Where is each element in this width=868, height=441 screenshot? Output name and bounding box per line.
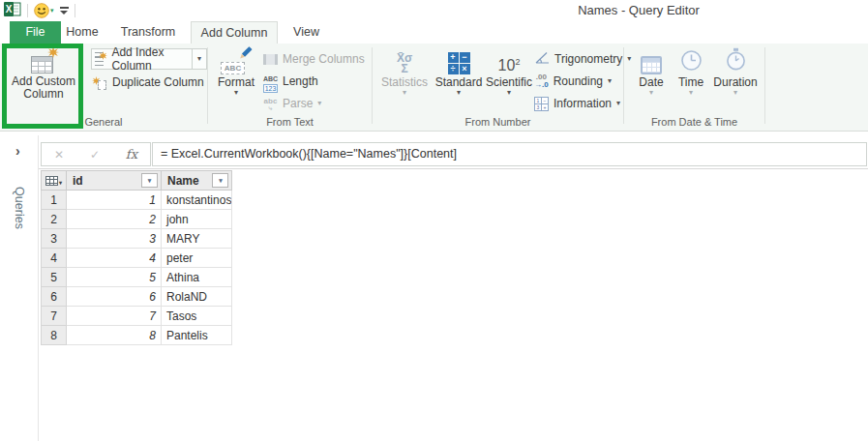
queries-pane-label[interactable]: Queries bbox=[13, 174, 26, 242]
ribbon: Add Custom Column Add Index Column ▾ Dup bbox=[0, 44, 868, 132]
tab-home[interactable]: Home bbox=[58, 21, 106, 44]
table-corner-cell[interactable]: ▾ bbox=[42, 171, 67, 191]
cell-name[interactable]: Tasos bbox=[162, 307, 232, 326]
customize-toolbar-button[interactable] bbox=[60, 7, 69, 15]
table-row: 5 5 Athina bbox=[42, 268, 232, 287]
toolbar-separator bbox=[75, 4, 75, 17]
query-editor-window: X ▾ Names - Query Editor File Home bbox=[0, 0, 868, 441]
scientific-button[interactable]: 102 Scientific ▾ bbox=[486, 45, 532, 97]
time-button[interactable]: Time ▾ bbox=[674, 45, 707, 97]
duration-button[interactable]: Duration ▾ bbox=[709, 45, 762, 97]
add-custom-column-button[interactable]: Add Custom Column bbox=[6, 44, 81, 120]
chevron-down-icon: ▾ bbox=[649, 89, 653, 97]
row-number: 1 bbox=[42, 191, 67, 210]
chevron-down-icon: ▾ bbox=[50, 7, 54, 15]
merge-columns-button: Merge Columns bbox=[263, 48, 365, 70]
format-button[interactable]: ABC Format ▾ bbox=[213, 45, 259, 97]
chevron-down-icon: ▾ bbox=[219, 177, 223, 185]
table-row: 8 8 Pantelis bbox=[42, 326, 232, 345]
table-row: 7 7 Tasos bbox=[42, 307, 232, 326]
confirm-formula-icon[interactable]: ✓ bbox=[90, 148, 100, 162]
chevron-down-icon: ▾ bbox=[689, 89, 693, 97]
add-index-column-dropdown[interactable]: ▾ bbox=[192, 49, 206, 69]
excel-logo-icon: X bbox=[4, 1, 21, 21]
date-button[interactable]: Date ▾ bbox=[632, 45, 671, 97]
trigonometry-icon bbox=[534, 51, 550, 67]
smiley-icon bbox=[34, 3, 49, 18]
cell-name[interactable]: MARY bbox=[162, 229, 232, 249]
group-separator bbox=[764, 47, 765, 124]
chevron-down-icon: ▾ bbox=[616, 100, 620, 107]
cell-id[interactable]: 8 bbox=[67, 326, 162, 345]
cell-name[interactable]: john bbox=[162, 210, 232, 229]
cell-name[interactable]: konstantinos bbox=[162, 191, 232, 210]
cell-id[interactable]: 3 bbox=[67, 229, 162, 249]
duplicate-column-label: Duplicate Column bbox=[112, 75, 204, 89]
column-header-name[interactable]: Name ▾ bbox=[162, 171, 232, 191]
statistics-icon: X̄σ Σ bbox=[397, 53, 412, 74]
information-button[interactable]: 1− 3+ Information ▾ bbox=[534, 93, 620, 114]
duplicate-column-button[interactable]: Duplicate Column bbox=[92, 72, 204, 93]
row-number: 8 bbox=[42, 326, 67, 345]
group-label-from-text: From Text bbox=[208, 116, 372, 128]
merge-columns-label: Merge Columns bbox=[283, 52, 365, 66]
tab-view[interactable]: View bbox=[280, 21, 333, 44]
cell-name[interactable]: Athina bbox=[162, 268, 232, 287]
chevron-down-icon: ▾ bbox=[608, 77, 612, 85]
tab-file[interactable]: File bbox=[10, 21, 61, 44]
group-label-from-number: From Number bbox=[373, 116, 623, 128]
trigonometry-label: Trigonometry bbox=[554, 52, 622, 66]
chevron-down-icon: ▾ bbox=[148, 177, 152, 185]
row-number: 4 bbox=[42, 249, 67, 268]
ribbon-tab-row: File Home Transform Add Column View bbox=[0, 21, 868, 44]
send-smile-button[interactable]: ▾ bbox=[34, 3, 54, 18]
cell-id[interactable]: 6 bbox=[67, 287, 162, 307]
expand-queries-chevron-icon[interactable]: › bbox=[15, 143, 20, 159]
table-row: 1 1 konstantinos bbox=[42, 191, 232, 210]
cell-name[interactable]: peter bbox=[162, 249, 232, 268]
cell-name[interactable]: Pantelis bbox=[162, 326, 232, 345]
tab-add-column[interactable]: Add Column bbox=[191, 21, 278, 44]
chevron-down-icon: ▾ bbox=[403, 89, 406, 97]
cell-id[interactable]: 5 bbox=[67, 268, 162, 287]
add-index-column-label: Add Index Column bbox=[111, 45, 186, 73]
table-row: 2 2 john bbox=[42, 210, 232, 229]
svg-text:X: X bbox=[6, 4, 13, 15]
cell-id[interactable]: 4 bbox=[67, 249, 162, 268]
rounding-label: Rounding bbox=[554, 74, 603, 88]
chevron-down-icon: ▾ bbox=[457, 89, 461, 97]
cell-name[interactable]: RolaND bbox=[162, 287, 232, 307]
column-header-id[interactable]: id ▾ bbox=[67, 171, 162, 191]
chevron-down-icon: ▾ bbox=[733, 89, 737, 97]
formula-input[interactable]: = Excel.CurrentWorkbook(){[Name="Names"]… bbox=[152, 142, 867, 166]
duplicate-column-icon bbox=[92, 74, 107, 90]
length-button[interactable]: ABC 123 Length bbox=[263, 71, 318, 92]
cancel-formula-icon[interactable]: ✕ bbox=[54, 148, 64, 162]
standard-button[interactable]: +− ÷× Standard ▾ bbox=[434, 45, 484, 97]
column-header-id-label: id bbox=[73, 174, 83, 188]
cell-id[interactable]: 7 bbox=[67, 307, 162, 326]
date-icon bbox=[641, 56, 662, 74]
group-label-general: General bbox=[0, 116, 207, 128]
rounding-button[interactable]: .00 →.0 Rounding ▾ bbox=[534, 71, 612, 92]
quick-access-toolbar: X ▾ bbox=[4, 2, 75, 19]
add-index-column-button[interactable]: Add Index Column ▾ bbox=[91, 48, 207, 70]
query-result-table: ▾ id ▾ Name ▾ 1 1 konstantinos 2 2 john bbox=[41, 170, 232, 345]
ribbon-group-general: Add Custom Column Add Index Column ▾ Dup bbox=[0, 44, 207, 131]
formula-bar-buttons: ✕ ✓ fx bbox=[41, 142, 151, 166]
trigonometry-button[interactable]: Trigonometry ▾ bbox=[534, 48, 631, 70]
parse-button: abc ⤷ Parse ▾ bbox=[263, 93, 321, 114]
row-number: 3 bbox=[42, 229, 67, 249]
cell-id[interactable]: 1 bbox=[67, 191, 162, 210]
cell-id[interactable]: 2 bbox=[67, 210, 162, 229]
filter-button-name[interactable]: ▾ bbox=[212, 173, 228, 188]
table-row: 4 4 peter bbox=[42, 249, 232, 268]
table-icon bbox=[45, 176, 58, 186]
time-icon bbox=[680, 49, 703, 74]
data-grid-area: ▾ id ▾ Name ▾ 1 1 konstantinos 2 2 john bbox=[39, 168, 868, 441]
filter-button-id[interactable]: ▾ bbox=[141, 173, 158, 188]
window-title: Names - Query Editor bbox=[484, 3, 793, 17]
ribbon-group-from-datetime: Date ▾ Time ▾ Duration ▾ bbox=[624, 44, 764, 131]
row-number: 6 bbox=[42, 287, 67, 307]
tab-transform[interactable]: Transform bbox=[108, 21, 188, 44]
